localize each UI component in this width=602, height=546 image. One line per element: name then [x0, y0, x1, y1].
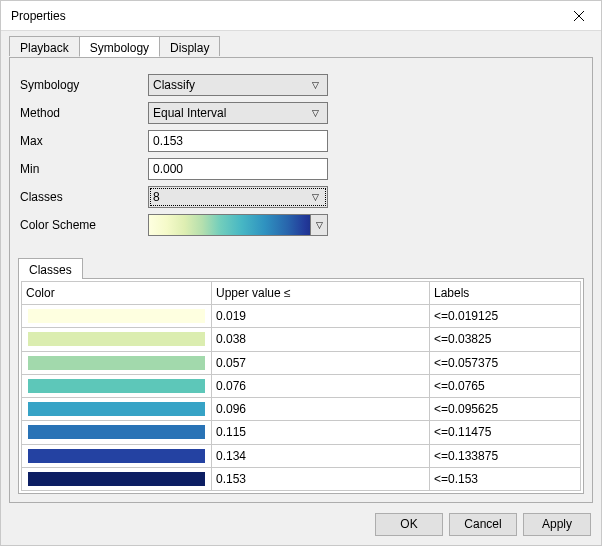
color-swatch: [28, 332, 205, 346]
colorscheme-label: Color Scheme: [18, 218, 148, 232]
classes-area: Classes Color Upper value ≤ Labels: [18, 258, 584, 494]
symbology-select[interactable]: Classify ▽: [148, 74, 328, 96]
upper-value-cell[interactable]: 0.019: [212, 305, 430, 328]
color-cell[interactable]: [22, 398, 212, 421]
apply-button[interactable]: Apply: [523, 513, 591, 536]
color-cell[interactable]: [22, 421, 212, 444]
table-row[interactable]: 0.019<=0.019125: [22, 305, 581, 328]
tab-playback[interactable]: Playback: [9, 36, 80, 56]
label-cell[interactable]: <=0.11475: [430, 421, 581, 444]
symbology-select-value: Classify: [153, 78, 307, 92]
color-cell[interactable]: [22, 467, 212, 490]
tab-panel-symbology: Symbology Classify ▽ Method Equal Interv…: [9, 57, 593, 503]
tab-classes[interactable]: Classes: [18, 258, 83, 279]
method-label: Method: [18, 106, 148, 120]
cancel-button[interactable]: Cancel: [449, 513, 517, 536]
chevron-down-icon: ▽: [307, 109, 323, 118]
close-button[interactable]: [556, 1, 601, 31]
title-bar: Properties: [1, 1, 601, 31]
table-row[interactable]: 0.115<=0.11475: [22, 421, 581, 444]
color-swatch: [28, 425, 205, 439]
max-label: Max: [18, 134, 148, 148]
table-row[interactable]: 0.096<=0.095625: [22, 398, 581, 421]
chevron-down-icon: ▽: [310, 215, 327, 235]
table-row[interactable]: 0.038<=0.03825: [22, 328, 581, 351]
table-row[interactable]: 0.076<=0.0765: [22, 374, 581, 397]
method-select-value: Equal Interval: [153, 106, 307, 120]
col-labels[interactable]: Labels: [430, 282, 581, 305]
main-tabstrip: Playback Symbology Display: [9, 36, 593, 57]
classes-tabstrip: Classes: [18, 258, 584, 279]
upper-value-cell[interactable]: 0.134: [212, 444, 430, 467]
label-cell[interactable]: <=0.019125: [430, 305, 581, 328]
color-swatch: [28, 309, 205, 323]
min-input-wrap: [148, 158, 328, 180]
min-input[interactable]: [153, 162, 323, 176]
symbology-label: Symbology: [18, 78, 148, 92]
label-cell[interactable]: <=0.0765: [430, 374, 581, 397]
dialog-content: Playback Symbology Display Symbology Cla…: [1, 31, 601, 503]
max-input-wrap: [148, 130, 328, 152]
tab-symbology[interactable]: Symbology: [79, 36, 160, 57]
tab-display[interactable]: Display: [159, 36, 220, 56]
color-cell[interactable]: [22, 328, 212, 351]
color-cell[interactable]: [22, 305, 212, 328]
max-input[interactable]: [153, 134, 323, 148]
label-cell[interactable]: <=0.153: [430, 467, 581, 490]
upper-value-cell[interactable]: 0.038: [212, 328, 430, 351]
close-icon: [574, 11, 584, 21]
classes-select[interactable]: 8 ▽: [148, 186, 328, 208]
dialog-footer: OK Cancel Apply: [1, 503, 601, 545]
label-cell[interactable]: <=0.03825: [430, 328, 581, 351]
classes-select-value: 8: [153, 190, 307, 204]
color-cell[interactable]: [22, 444, 212, 467]
upper-value-cell[interactable]: 0.115: [212, 421, 430, 444]
color-cell[interactable]: [22, 374, 212, 397]
chevron-down-icon: ▽: [307, 193, 323, 202]
properties-dialog: Properties Playback Symbology Display Sy…: [0, 0, 602, 546]
label-cell[interactable]: <=0.133875: [430, 444, 581, 467]
classes-grid-wrap: Color Upper value ≤ Labels 0.019<=0.0191…: [18, 278, 584, 494]
color-swatch: [28, 379, 205, 393]
upper-value-cell[interactable]: 0.096: [212, 398, 430, 421]
classes-label: Classes: [18, 190, 148, 204]
upper-value-cell[interactable]: 0.076: [212, 374, 430, 397]
col-upper[interactable]: Upper value ≤: [212, 282, 430, 305]
ok-button[interactable]: OK: [375, 513, 443, 536]
color-swatch: [28, 356, 205, 370]
upper-value-cell[interactable]: 0.057: [212, 351, 430, 374]
col-color[interactable]: Color: [22, 282, 212, 305]
method-select[interactable]: Equal Interval ▽: [148, 102, 328, 124]
color-swatch: [28, 472, 205, 486]
table-row[interactable]: 0.153<=0.153: [22, 467, 581, 490]
table-row[interactable]: 0.057<=0.057375: [22, 351, 581, 374]
colorscheme-select[interactable]: ▽: [148, 214, 328, 236]
color-cell[interactable]: [22, 351, 212, 374]
chevron-down-icon: ▽: [307, 81, 323, 90]
upper-value-cell[interactable]: 0.153: [212, 467, 430, 490]
color-swatch: [28, 402, 205, 416]
table-row[interactable]: 0.134<=0.133875: [22, 444, 581, 467]
color-swatch: [28, 449, 205, 463]
classes-grid: Color Upper value ≤ Labels 0.019<=0.0191…: [21, 281, 581, 491]
window-title: Properties: [11, 9, 556, 23]
min-label: Min: [18, 162, 148, 176]
table-header-row: Color Upper value ≤ Labels: [22, 282, 581, 305]
label-cell[interactable]: <=0.057375: [430, 351, 581, 374]
symbology-form: Symbology Classify ▽ Method Equal Interv…: [18, 72, 584, 240]
label-cell[interactable]: <=0.095625: [430, 398, 581, 421]
